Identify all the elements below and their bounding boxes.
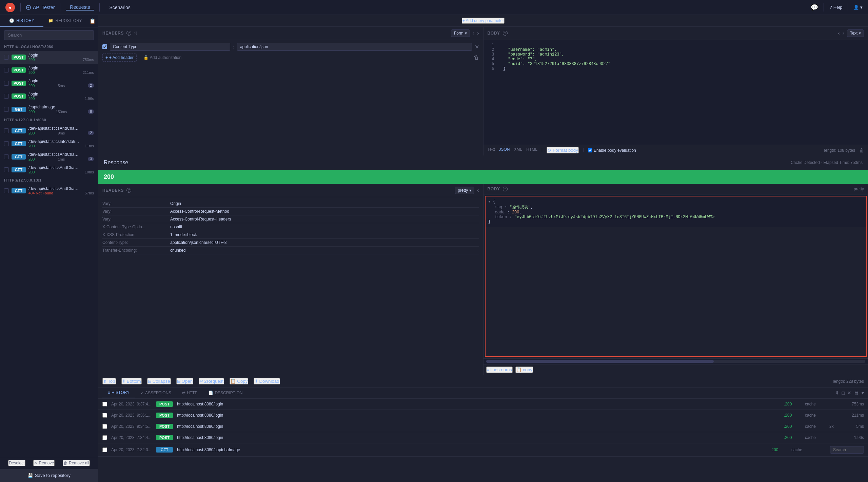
history-row[interactable]: Apr 20, 2023, 9:34:5... POST http://loca…: [98, 421, 868, 432]
body-type-text[interactable]: Text: [488, 147, 495, 153]
collapse-history-button[interactable]: ▾: [862, 390, 864, 396]
to-request-button[interactable]: ↩ 2Request: [199, 378, 224, 384]
item-checkbox[interactable]: [4, 188, 9, 193]
history-row-checkbox[interactable]: [102, 413, 107, 418]
item-timing: 10ms: [85, 170, 94, 174]
text-dropdown-button[interactable]: Text ▾: [847, 29, 864, 37]
expand-history-button[interactable]: □: [842, 390, 845, 396]
app-brand: API Tester: [26, 5, 55, 10]
remove-all-button[interactable]: 🗑 Remove all: [63, 460, 90, 466]
text-label: Text: [850, 31, 857, 36]
add-authorization-button[interactable]: 🔓 Add authorization: [141, 54, 184, 62]
item-checkbox[interactable]: [4, 81, 9, 86]
search-input[interactable]: [4, 30, 94, 40]
sidebar-tab-history[interactable]: 🕐 HISTORY: [0, 15, 43, 27]
enable-body-eval-checkbox[interactable]: [588, 148, 592, 152]
pretty-dropdown-button[interactable]: pretty ▾: [455, 187, 474, 194]
delete-body-button[interactable]: 🗑: [859, 148, 864, 153]
history-search-input[interactable]: [830, 446, 864, 454]
history-row[interactable]: Apr 20, 2023, 9:37:4... POST http://loca…: [98, 399, 868, 410]
top-button[interactable]: ⬆ Top: [102, 378, 116, 384]
header-key-input[interactable]: [110, 43, 230, 51]
list-item[interactable]: POST /login 200 211ms: [0, 64, 98, 77]
help-button[interactable]: ? Help: [829, 5, 842, 10]
item-checkbox[interactable]: [4, 128, 9, 133]
response-area: Response Cache Detected - Elapsed Time: …: [98, 155, 868, 387]
list-item[interactable]: POST /login 200 1.96s: [0, 90, 98, 103]
open-button[interactable]: ⊞ Open: [176, 378, 194, 384]
list-item[interactable]: GET /dev-api/statisticsAndCharts/sta... …: [0, 163, 98, 176]
headers-prev-button[interactable]: ‹: [473, 30, 474, 36]
list-item[interactable]: POST /login 200 753ms: [0, 51, 98, 64]
body-type-html[interactable]: HTML: [526, 147, 537, 153]
headers-next-button[interactable]: ›: [477, 30, 479, 36]
delete-header-button[interactable]: 🗑: [474, 54, 479, 62]
horizontal-scrollbar[interactable]: [486, 360, 866, 363]
history-row[interactable]: Apr 20, 2023, 9:36:1... POST http://loca…: [98, 410, 868, 421]
item-checkbox[interactable]: [4, 68, 9, 72]
add-query-param-button[interactable]: + Add query parameter: [462, 18, 505, 24]
history-row-checkbox[interactable]: [102, 424, 107, 429]
list-item[interactable]: GET /dev-api/statisticsInfo/statistics/.…: [0, 137, 98, 150]
header-checkbox[interactable]: [102, 44, 107, 49]
tab-requests[interactable]: Requests: [66, 4, 94, 11]
item-checkbox[interactable]: [4, 55, 9, 60]
resp-headers-nav-button[interactable]: ‹: [477, 187, 479, 193]
history-row[interactable]: Apr 20, 2023, 7:32:3... GET http://local…: [98, 443, 868, 457]
body-prev-button[interactable]: ‹: [838, 30, 840, 36]
chat-icon[interactable]: 💬: [811, 4, 818, 11]
tab-assertions[interactable]: ✓ ASSERTIONS: [135, 387, 177, 398]
history-row-checkbox[interactable]: [102, 435, 107, 440]
bottom-button[interactable]: ⬇ Bottom: [121, 378, 142, 384]
item-checkbox[interactable]: [4, 167, 9, 172]
tab-http[interactable]: ⇄ HTTP: [177, 387, 203, 398]
close-history-button[interactable]: ✕: [847, 390, 851, 396]
desc-tab-icon: 📄: [208, 391, 213, 395]
tab-scenarios[interactable]: Scenarios: [105, 5, 134, 10]
item-checkbox[interactable]: [4, 154, 9, 159]
lines-nums-button[interactable]: ≡ lines nums: [486, 366, 513, 373]
tab-history[interactable]: ≡ HISTORY: [102, 387, 135, 398]
delete-history-button[interactable]: 🗑: [854, 390, 859, 396]
item-checkbox[interactable]: [4, 107, 9, 112]
list-item[interactable]: GET /captchaImage 200 150ms 8: [0, 103, 98, 116]
download-button[interactable]: ⬇ Download: [254, 378, 280, 384]
status-code-bar: 200: [98, 170, 868, 184]
list-item[interactable]: GET /dev-api/statisticsAndCharts/sta... …: [0, 150, 98, 163]
deselect-button[interactable]: Deselect: [8, 460, 25, 466]
item-checkbox[interactable]: [4, 141, 9, 146]
topbar-divider3: [99, 3, 100, 12]
group-header-1: HTTP://LOCALHOST:8080: [0, 43, 98, 51]
form-dropdown-button[interactable]: Form ▾: [451, 29, 470, 37]
history-row-checkbox[interactable]: [102, 447, 107, 452]
body-next-button[interactable]: ›: [843, 30, 844, 36]
body-type-json[interactable]: JSON: [499, 147, 510, 153]
remove-header-button[interactable]: ✕: [475, 44, 479, 50]
header-value-input[interactable]: [237, 43, 472, 51]
item-checkbox[interactable]: [4, 94, 9, 99]
tab-description[interactable]: 📄 DESCRIPTION: [203, 387, 248, 398]
list-item[interactable]: GET /dev-api/statisticsAndCharts/sta... …: [0, 124, 98, 137]
format-body-button[interactable]: ⚙ Format body: [547, 147, 579, 153]
sort-icon[interactable]: ⇅: [134, 31, 137, 36]
user-menu[interactable]: 👤 ▾: [853, 5, 863, 10]
history-row-checkbox[interactable]: [102, 402, 107, 406]
check-circle-icon: [26, 5, 31, 10]
body-type-xml[interactable]: XML: [514, 147, 522, 153]
response-headers-panel: HEADERS ? pretty ▾ ‹ Vary:: [98, 184, 484, 375]
sidebar-tab-extra[interactable]: 📋: [87, 15, 98, 27]
copy-response-button[interactable]: 📋 Copy: [230, 378, 248, 384]
remove-button[interactable]: ✕ Remove: [33, 460, 55, 466]
history-row[interactable]: Apr 20, 2023, 7:34:4... POST http://loca…: [98, 432, 868, 443]
add-header-button[interactable]: + + Add header: [102, 54, 137, 62]
collapse-button[interactable]: ⊟ Collapse: [147, 378, 171, 384]
pretty-label: pretty: [458, 188, 468, 193]
save-to-repository-button[interactable]: 💾 Save to repository: [0, 469, 98, 482]
download-history-button[interactable]: ⬇: [835, 390, 839, 396]
list-item[interactable]: POST /login 200 5ms 2: [0, 77, 98, 90]
resp-headers-help-icon: ?: [126, 188, 131, 193]
list-item[interactable]: GET /dev-api/statisticsAndCharts/sta... …: [0, 184, 98, 197]
copy-lines-button[interactable]: 📋 copy: [515, 366, 533, 373]
body-editor[interactable]: 1 2 "username": "admin", 3 "password": "…: [484, 40, 868, 145]
sidebar-tab-repository[interactable]: 📁 REPOSITORY: [43, 15, 87, 27]
